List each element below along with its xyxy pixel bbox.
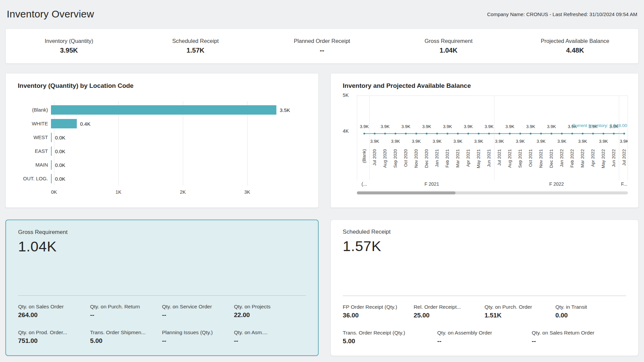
- kpi-gross-requirement: Gross Requirement1.04K: [385, 38, 512, 54]
- bar-category-label: OUT. LOG.: [18, 176, 51, 181]
- chart-scrollbar-thumb[interactable]: [357, 191, 455, 194]
- x-axis-label: Sep 2020: [393, 149, 398, 168]
- metric-qty-on-sales-order: Qty. on Sales Order264.00: [18, 304, 90, 319]
- kpi-value: 4.48K: [512, 47, 638, 54]
- x-axis-label: (Blank): [362, 149, 367, 163]
- x-axis-label: May 2021: [476, 149, 481, 168]
- svg-text:3.9K: 3.9K: [547, 124, 556, 129]
- svg-text:3.9K: 3.9K: [443, 124, 452, 129]
- bar-track: 0.0K: [51, 158, 286, 172]
- bar-value-label: 0.0K: [55, 148, 65, 154]
- svg-text:3.9K: 3.9K: [536, 139, 545, 144]
- kpi-value: --: [259, 47, 385, 54]
- bar-track: 0.0K: [51, 172, 286, 185]
- svg-text:3.9K: 3.9K: [505, 124, 514, 129]
- svg-text:3.9K: 3.9K: [557, 139, 566, 144]
- metric-value: 36.00: [343, 312, 414, 319]
- x-axis-label: Nov 2020: [414, 149, 419, 168]
- bar-category-label: MAIN: [18, 162, 51, 168]
- chart-scrollbar[interactable]: [357, 191, 628, 194]
- metric-trans-order-shipmen: Trans. Order Shipmen...5.00: [90, 329, 162, 345]
- bar-value-label: 0.0K: [55, 176, 65, 181]
- x-axis-label: Oct 2021: [528, 149, 533, 167]
- bar[interactable]: [51, 133, 52, 142]
- metric-label: Qty. on Purch. Order: [484, 304, 555, 310]
- bar-category-label: WEST: [18, 134, 51, 140]
- kpi-label: Gross Requirement: [385, 38, 512, 44]
- bar-chart-title: Inventory (Quantity) by Location Code: [18, 82, 306, 89]
- top-gridline: [357, 96, 628, 96]
- x-axis-group-label: F 2022: [549, 181, 564, 187]
- svg-text:3.9K: 3.9K: [516, 139, 525, 144]
- svg-text:3.9K: 3.9K: [620, 139, 628, 144]
- bar[interactable]: [51, 174, 52, 183]
- x-axis-group-label: F 2021: [425, 181, 439, 187]
- bar-chart: (Blank)3.5KWHITE0.4KWEST0.0KEAST0.0KMAIN…: [18, 103, 306, 196]
- x-axis-tick: 1K: [115, 189, 121, 195]
- metric-label: Qty. on Asm....: [234, 329, 306, 336]
- gross-requirement-detail-row: Qty. on Prod. Order...751.00Trans. Order…: [18, 329, 306, 345]
- bar-chart-card[interactable]: Inventory (Quantity) by Location Code (B…: [5, 73, 319, 208]
- page-title: Inventory Overview: [7, 8, 94, 20]
- gross-requirement-value: 1.04K: [18, 238, 306, 255]
- kpi-planned-order-receipt: Planned Order Receipt--: [259, 38, 385, 54]
- svg-text:3.9K: 3.9K: [484, 124, 493, 129]
- x-axis-label: Jul 2021: [497, 149, 502, 166]
- x-axis-label: Oct 2020: [403, 149, 408, 167]
- scheduled-receipt-title: Scheduled Receipt: [343, 229, 626, 235]
- metric-label: FP Order Receipt (Qty.): [343, 304, 414, 310]
- metric-qty-on-service-order: Qty. on Service Order--: [162, 304, 234, 319]
- bar-row-east: EAST0.0K: [18, 144, 306, 158]
- bar-row-out-log: OUT. LOG.0.0K: [18, 172, 306, 185]
- x-axis-label: Feb 2021: [445, 149, 450, 168]
- metric-label: Qty. in Transit: [555, 304, 626, 310]
- metric-rel-order-receipt: Rel. Order Receipt...25.00: [414, 304, 484, 319]
- metric-value: --: [532, 338, 626, 345]
- x-axis-label: Jun 2021: [486, 149, 491, 167]
- line-chart-card[interactable]: Inventory and Projected Available Balanc…: [330, 73, 639, 208]
- bar[interactable]: [51, 146, 52, 156]
- scheduled-receipt-detail-row: FP Order Receipt (Qty.)36.00Rel. Order R…: [343, 304, 626, 319]
- metric-value: 25.00: [414, 312, 484, 319]
- x-axis-labels: (Blank)Jul 2020Aug 2020Sep 2020Oct 2020N…: [357, 149, 628, 180]
- x-axis-label: Jul 2020: [372, 149, 377, 166]
- gross-requirement-details: Qty. on Sales Order264.00Qty. on Purch. …: [18, 296, 306, 345]
- bar[interactable]: [51, 105, 276, 115]
- svg-text:3.9K: 3.9K: [495, 139, 504, 144]
- svg-text:3.9K: 3.9K: [432, 139, 441, 144]
- bar-value-label: 3.5K: [280, 107, 290, 113]
- bar[interactable]: [51, 119, 77, 128]
- kpi-inventory-quantity: Inventory (Quantity)3.95K: [6, 38, 132, 54]
- svg-text:3.9K: 3.9K: [464, 124, 473, 129]
- inventory-line-series[interactable]: 3.9K3.9K3.9K3.9K3.9K3.9K3.9K3.9K3.9K3.9K…: [357, 96, 628, 146]
- x-axis-label: Jan 2021: [434, 149, 439, 167]
- metric-qty-on-purch-order: Qty. on Purch. Order1.51K: [484, 304, 555, 319]
- bar-track: 0.0K: [51, 144, 286, 158]
- scheduled-receipt-details: FP Order Receipt (Qty.)36.00Rel. Order R…: [343, 296, 626, 345]
- x-axis-label: Jul 2022: [622, 149, 627, 166]
- kpi-strip[interactable]: Inventory (Quantity)3.95KScheduled Recei…: [5, 28, 639, 64]
- x-axis-label: Jun 2022: [611, 149, 616, 167]
- metric-value: 5.00: [90, 337, 162, 345]
- metric-value: 751.00: [18, 337, 90, 345]
- bar-category-label: (Blank): [18, 107, 51, 113]
- svg-text:3.9K: 3.9K: [380, 124, 389, 129]
- svg-text:3.9K: 3.9K: [412, 139, 421, 144]
- scheduled-receipt-card[interactable]: Scheduled Receipt1.57KFP Order Receipt (…: [330, 220, 639, 356]
- bar-track: 3.5K: [51, 103, 286, 117]
- x-axis-label: Nov 2021: [538, 149, 543, 168]
- gross-requirement-card[interactable]: Gross Requirement1.04KQty. on Sales Orde…: [5, 220, 319, 356]
- x-axis-label: May 2022: [601, 149, 606, 168]
- metric-value: --: [90, 311, 162, 319]
- bar[interactable]: [51, 160, 52, 170]
- bar-track: 0.0K: [51, 130, 286, 144]
- bar-value-label: 0.0K: [55, 134, 65, 140]
- metric-value: --: [234, 337, 306, 345]
- metric-label: Qty. on Assembly Order: [437, 330, 532, 336]
- kpi-label: Scheduled Receipt: [132, 38, 259, 44]
- metric-label: Planning Issues (Qty.): [162, 329, 234, 336]
- metric-label: Qty. on Prod. Order...: [18, 329, 90, 336]
- kpi-label: Planned Order Receipt: [259, 38, 385, 44]
- metric-label: Trans. Order Shipmen...: [90, 329, 162, 336]
- metric-planning-issues-qty: Planning Issues (Qty.)--: [162, 329, 234, 345]
